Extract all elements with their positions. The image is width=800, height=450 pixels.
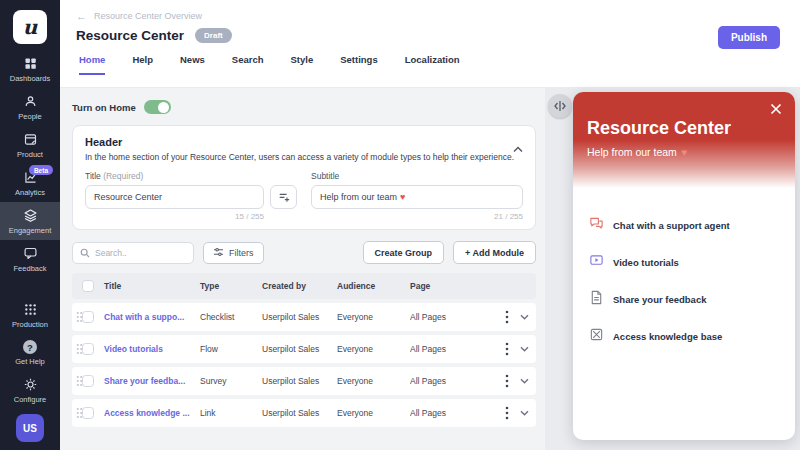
sidebar-item-configure[interactable]: Configure: [0, 371, 60, 409]
column-header-page: Page: [410, 281, 482, 291]
kebab-menu-icon[interactable]: [505, 374, 509, 388]
sidebar-item-label: Get Help: [15, 357, 45, 366]
sidebar-item-people[interactable]: People: [0, 88, 60, 126]
preview-header: Resource Center Help from our team ♥: [573, 92, 795, 188]
preview-panel: Resource Center Help from our team ♥ Cha…: [545, 88, 800, 450]
sidebar-item-get-help[interactable]: ? Get Help: [0, 334, 60, 371]
breadcrumb[interactable]: ← Resource Center Overview: [76, 11, 780, 21]
production-icon: [23, 302, 38, 317]
resize-handle-icon[interactable]: [548, 94, 572, 118]
row-checkbox[interactable]: [82, 407, 94, 419]
back-arrow-icon[interactable]: ←: [76, 12, 87, 21]
beta-badge: Beta: [29, 165, 53, 175]
module-page: All Pages: [410, 408, 482, 418]
feedback-doc-icon: [589, 290, 604, 309]
chevron-down-icon[interactable]: [520, 346, 529, 352]
kebab-menu-icon[interactable]: [505, 310, 509, 324]
body-row: Turn on Home Header In the home section …: [60, 88, 800, 450]
tab-search[interactable]: Search: [232, 54, 264, 75]
product-icon: [23, 132, 38, 147]
drag-handle-icon[interactable]: [76, 407, 83, 419]
tab-settings[interactable]: Settings: [340, 54, 377, 75]
publish-button[interactable]: Publish: [718, 26, 780, 49]
preview-module-label: Access knowledge base: [613, 331, 722, 342]
module-created-by: Userpilot Sales: [262, 344, 337, 354]
module-type: Flow: [200, 344, 262, 354]
resource-center-preview: Resource Center Help from our team ♥ Cha…: [573, 92, 795, 440]
kebab-menu-icon[interactable]: [505, 406, 509, 420]
row-checkbox[interactable]: [82, 375, 94, 387]
row-checkbox[interactable]: [82, 311, 94, 323]
add-module-button[interactable]: + Add Module: [453, 241, 536, 264]
preview-module-feedback[interactable]: Share your feedback: [589, 290, 779, 309]
sidebar-item-feedback[interactable]: Feedback: [0, 240, 60, 278]
breadcrumb-label[interactable]: Resource Center Overview: [94, 11, 202, 21]
page-title: Resource Center: [76, 28, 184, 43]
module-audience: Everyone: [337, 344, 410, 354]
tab-news[interactable]: News: [180, 54, 205, 75]
search-input[interactable]: [95, 248, 186, 258]
column-header-audience: Audience: [337, 281, 410, 291]
preview-module-chat[interactable]: Chat with a support agent: [589, 216, 779, 235]
add-to-list-icon[interactable]: [270, 185, 297, 209]
column-header-type: Type: [200, 281, 262, 291]
turn-on-home-row: Turn on Home: [72, 100, 536, 114]
preview-module-knowledge[interactable]: Access knowledge base: [589, 327, 779, 346]
filters-icon: [213, 247, 224, 259]
turn-on-home-toggle[interactable]: [144, 100, 171, 114]
header-card-description: In the home section of your Resource Cen…: [85, 152, 523, 162]
drag-handle-icon[interactable]: [76, 343, 83, 355]
video-icon: [589, 253, 604, 272]
select-all-checkbox[interactable]: [82, 280, 94, 292]
tab-style[interactable]: Style: [291, 54, 314, 75]
drag-handle-icon[interactable]: [76, 311, 83, 323]
module-title-link[interactable]: Access knowledge ...: [104, 408, 200, 418]
sidebar-item-label: Feedback: [14, 264, 47, 273]
sidebar-item-label: Product: [17, 150, 43, 159]
tab-localization[interactable]: Localization: [405, 54, 460, 75]
app-window: u Dashboards People Product Beta Analyt: [0, 0, 800, 450]
turn-on-home-label: Turn on Home: [72, 102, 136, 113]
module-type: Link: [200, 408, 262, 418]
table-row: Share your feedba... Survey Userpilot Sa…: [72, 367, 536, 395]
user-avatar[interactable]: US: [16, 414, 44, 442]
sidebar-item-label: Configure: [14, 395, 47, 404]
subtitle-input[interactable]: Help from our team ♥: [311, 185, 523, 209]
module-title-link[interactable]: Chat with a suppo...: [104, 312, 200, 322]
header-fields: Title (Required) 15 / 255: [85, 171, 523, 221]
heart-icon: ♥: [400, 192, 405, 202]
chevron-down-icon[interactable]: [520, 378, 529, 384]
chevron-down-icon[interactable]: [520, 410, 529, 416]
tab-home[interactable]: Home: [79, 54, 105, 75]
drag-handle-icon[interactable]: [76, 375, 83, 387]
feedback-icon: [23, 246, 38, 261]
kebab-menu-icon[interactable]: [505, 342, 509, 356]
chevron-up-icon[interactable]: [513, 139, 523, 157]
title-input[interactable]: [85, 185, 264, 209]
sidebar-item-engagement[interactable]: Engagement: [0, 202, 60, 240]
row-actions: [482, 310, 536, 324]
header-card-title: Header: [85, 136, 523, 148]
close-icon[interactable]: [770, 103, 782, 115]
sidebar-item-label: Engagement: [9, 226, 52, 235]
userpilot-logo[interactable]: u: [13, 10, 47, 44]
chevron-down-icon[interactable]: [520, 314, 529, 320]
preview-module-video[interactable]: Video tutorials: [589, 253, 779, 272]
table-row: Video tutorials Flow Userpilot Sales Eve…: [72, 335, 536, 363]
sidebar-item-dashboards[interactable]: Dashboards: [0, 50, 60, 88]
sidebar-item-analytics[interactable]: Beta Analytics: [0, 164, 60, 202]
sidebar-item-production[interactable]: Production: [0, 296, 60, 334]
module-title-link[interactable]: Video tutorials: [104, 344, 200, 354]
row-checkbox[interactable]: [82, 343, 94, 355]
module-page: All Pages: [410, 344, 482, 354]
tab-help[interactable]: Help: [132, 54, 153, 75]
module-title-link[interactable]: Share your feedba...: [104, 376, 200, 386]
table-header: Title Type Created by Audience Page: [72, 273, 536, 299]
sidebar-item-product[interactable]: Product: [0, 126, 60, 164]
sidebar-item-label: Analytics: [15, 188, 45, 197]
search-icon: [80, 244, 90, 262]
create-group-button[interactable]: Create Group: [363, 241, 445, 264]
gear-icon: [23, 377, 38, 392]
filters-button[interactable]: Filters: [203, 242, 264, 264]
title-row: Resource Center Draft: [76, 28, 780, 43]
